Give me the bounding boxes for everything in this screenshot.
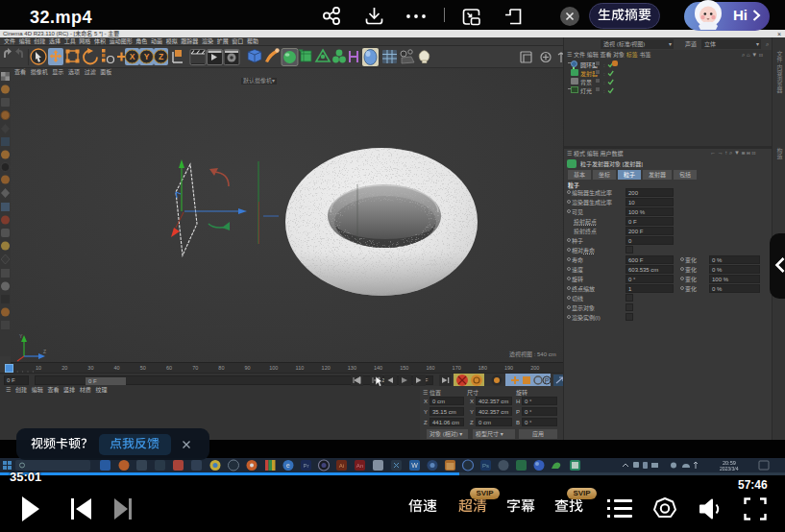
- svg-text:110: 110: [296, 365, 305, 371]
- svg-text:P: P: [545, 377, 550, 384]
- svg-text:80: 80: [218, 365, 224, 371]
- svg-text:e: e: [286, 462, 290, 469]
- svg-text:10: 10: [36, 365, 41, 371]
- svg-text:Ai: Ai: [339, 463, 344, 469]
- svg-text:120: 120: [322, 365, 331, 371]
- svg-text:Pr: Pr: [304, 463, 309, 469]
- svg-text:An: An: [356, 463, 363, 469]
- svg-text:190: 190: [504, 365, 513, 371]
- svg-text:100: 100: [269, 365, 278, 371]
- svg-text:200: 200: [530, 365, 539, 371]
- svg-text:40: 40: [114, 365, 120, 371]
- svg-text:W: W: [411, 462, 418, 469]
- svg-text:90: 90: [245, 365, 251, 371]
- svg-text:70: 70: [192, 365, 198, 371]
- svg-text:Z: Z: [43, 349, 46, 354]
- svg-text:Z: Z: [159, 52, 163, 61]
- svg-text:150: 150: [400, 365, 408, 371]
- svg-text:30: 30: [87, 365, 93, 371]
- svg-text:60: 60: [166, 365, 172, 371]
- svg-text:20: 20: [61, 365, 67, 371]
- svg-text:140: 140: [374, 365, 382, 371]
- svg-text:160: 160: [426, 365, 434, 371]
- svg-text:Y: Y: [144, 52, 150, 61]
- svg-text:50: 50: [140, 365, 146, 371]
- svg-text:X: X: [130, 52, 135, 61]
- svg-text:130: 130: [348, 365, 356, 371]
- svg-text:170: 170: [453, 365, 461, 371]
- svg-text:透视视图 : 540 cm: 透视视图 : 540 cm: [509, 351, 556, 358]
- svg-text:180: 180: [478, 365, 487, 371]
- svg-text:Y: Y: [19, 333, 23, 339]
- svg-text:2023/3/4: 2023/3/4: [720, 466, 739, 472]
- svg-text:Ps: Ps: [482, 463, 489, 469]
